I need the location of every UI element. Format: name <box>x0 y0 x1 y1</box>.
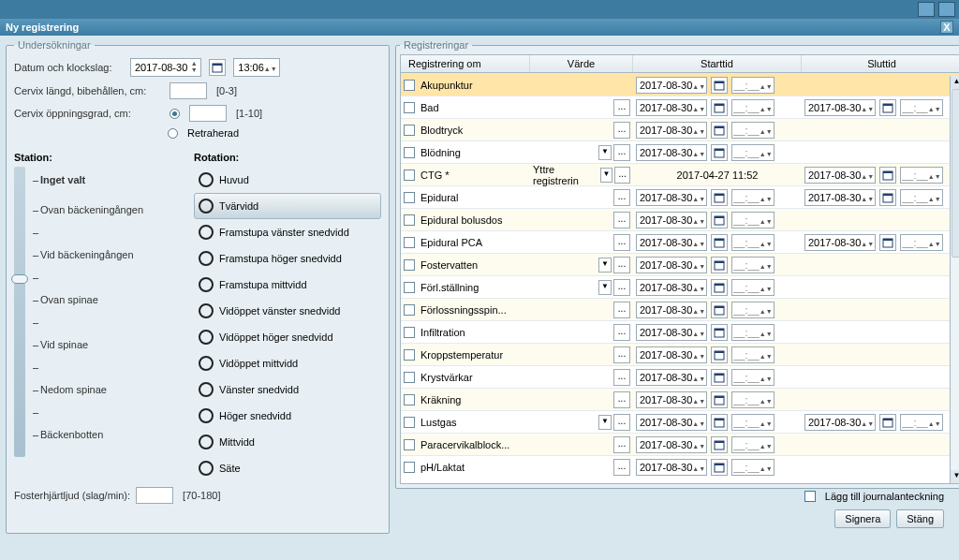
rotation-item[interactable]: Framstupa höger snedvidd <box>194 245 381 272</box>
table-row[interactable]: pH/Laktat...2017-08-30▲▼__:__▲▼ <box>401 455 959 478</box>
calendar-icon[interactable] <box>879 414 896 431</box>
station-item[interactable]: – Ovan bäckeningången <box>33 197 184 223</box>
calendar-icon[interactable] <box>711 279 728 296</box>
date-input[interactable]: 2017-08-30▲▼ <box>636 77 707 94</box>
date-input[interactable]: 2017-08-30▲▼ <box>804 189 876 206</box>
date-input[interactable]: 2017-08-30▲▼ <box>636 391 707 408</box>
table-row[interactable]: Kräkning...2017-08-30▲▼__:__▲▼ <box>401 388 959 410</box>
table-row[interactable]: Lustgas▼...2017-08-30▲▼__:__▲▼2017-08-30… <box>401 410 959 433</box>
time-input[interactable]: __:__▲▼ <box>731 257 774 273</box>
more-button[interactable]: ... <box>613 369 630 386</box>
table-row[interactable]: Epidural bolusdos...2017-08-30▲▼__:__▲▼ <box>401 208 959 230</box>
more-button[interactable]: ... <box>613 189 630 206</box>
row-checkbox[interactable] <box>404 417 415 428</box>
calendar-icon[interactable] <box>711 257 728 273</box>
rotation-item[interactable]: Vidöppet mittvidd <box>194 350 381 376</box>
date-input[interactable]: 2017-08-30▲▼ <box>636 302 707 318</box>
row-checkbox[interactable] <box>404 372 415 383</box>
row-checkbox[interactable] <box>404 102 415 113</box>
station-item[interactable]: – <box>33 406 184 418</box>
calendar-icon[interactable] <box>879 167 896 184</box>
station-item[interactable]: – <box>33 272 184 283</box>
row-checkbox[interactable] <box>404 349 415 361</box>
date-input[interactable]: 2017-08-30▲▼ <box>636 122 707 139</box>
cervix-langd-input[interactable] <box>170 82 207 99</box>
down-icon[interactable]: ▼ <box>189 67 199 74</box>
station-item[interactable]: – Ovan spinae <box>33 287 184 313</box>
calendar-icon[interactable] <box>711 189 728 206</box>
date-input[interactable]: 2017-08-30▲▼ <box>636 144 707 161</box>
more-button[interactable]: ... <box>614 167 630 184</box>
row-checkbox[interactable] <box>404 169 415 181</box>
more-button[interactable]: ... <box>613 257 630 273</box>
station-slider[interactable] <box>14 167 25 457</box>
table-row[interactable]: Bad...2017-08-30▲▼__:__▲▼2017-08-30▲▼__:… <box>401 96 959 118</box>
more-button[interactable]: ... <box>613 459 630 476</box>
table-row[interactable]: Kroppstemperatur...2017-08-30▲▼__:__▲▼ <box>401 343 959 365</box>
time-input[interactable]: __:__▲▼ <box>731 369 774 386</box>
slider-handle[interactable] <box>11 274 28 284</box>
oppning-radio[interactable] <box>170 109 180 119</box>
time-input[interactable]: __:__▲▼ <box>731 414 774 431</box>
time-input[interactable]: __:__▲▼ <box>731 391 774 408</box>
calendar-icon[interactable] <box>711 391 728 408</box>
date-input[interactable]: 2017-08-30▲▼ <box>636 324 707 341</box>
scroll-down-icon[interactable]: ▼ <box>951 470 959 483</box>
more-button[interactable]: ... <box>613 122 630 139</box>
row-checkbox[interactable] <box>404 439 415 450</box>
dropdown-icon[interactable]: ▼ <box>598 258 612 273</box>
more-button[interactable]: ... <box>613 324 630 341</box>
date-input[interactable]: 2017-08-30▲▼ <box>804 167 876 184</box>
calendar-icon[interactable] <box>879 99 896 116</box>
col-varde[interactable]: Värde <box>530 55 633 72</box>
table-row[interactable]: Blödning▼...2017-08-30▲▼__:__▲▼ <box>401 140 959 163</box>
more-button[interactable]: ... <box>613 414 630 431</box>
calendar-icon[interactable] <box>711 77 728 94</box>
more-button[interactable]: ... <box>613 346 630 363</box>
calendar-icon[interactable] <box>711 212 728 228</box>
rotation-item[interactable]: Huvud <box>194 167 381 193</box>
row-checkbox[interactable] <box>404 192 415 203</box>
calendar-icon[interactable] <box>711 414 728 431</box>
time-input[interactable]: __:__▲▼ <box>900 167 942 184</box>
date-input[interactable]: 2017-08-30▲▼ <box>636 279 707 296</box>
row-checkbox[interactable] <box>404 147 415 158</box>
scroll-up-icon[interactable]: ▲ <box>951 76 959 89</box>
station-item[interactable]: – <box>33 227 184 238</box>
row-checkbox[interactable] <box>404 304 415 316</box>
table-row[interactable]: Infiltration...2017-08-30▲▼__:__▲▼ <box>401 320 959 343</box>
date-input[interactable]: 2017-08-30▲▼ <box>636 414 707 431</box>
station-item[interactable]: – Vid bäckeningången <box>33 242 184 268</box>
station-item[interactable]: – <box>33 361 184 373</box>
rotation-item[interactable]: Framstupa vänster snedvidd <box>194 219 381 245</box>
more-button[interactable]: ... <box>613 279 630 296</box>
time-input[interactable]: __:__▲▼ <box>731 459 774 476</box>
calendar-icon[interactable] <box>209 59 226 76</box>
time-input[interactable]: __:__▲▼ <box>731 302 774 318</box>
row-checkbox[interactable] <box>404 237 415 248</box>
row-checkbox[interactable] <box>404 125 415 136</box>
time-input[interactable]: __:__▲▼ <box>731 122 774 139</box>
dropdown-icon[interactable]: ▼ <box>598 280 612 295</box>
time-input[interactable]: __:__▲▼ <box>900 414 942 431</box>
date-input[interactable]: 2017-08-30▲▼ <box>636 346 707 363</box>
time-input[interactable]: __:__▲▼ <box>731 77 774 94</box>
time-input[interactable]: __:__▲▼ <box>731 189 774 206</box>
cervix-oppning-input[interactable] <box>189 105 227 122</box>
calendar-icon[interactable] <box>711 234 728 251</box>
calendar-icon[interactable] <box>711 122 728 139</box>
calendar-icon[interactable] <box>711 144 728 161</box>
station-item[interactable]: – Bäckenbotten <box>33 421 184 448</box>
date-input[interactable]: 2017-08-30▲▼ <box>636 189 707 206</box>
date-input[interactable]: 2017-08-30▲▼ <box>804 99 876 116</box>
more-button[interactable]: ... <box>613 391 630 408</box>
table-scrollbar[interactable]: ▲ ▼ <box>950 76 959 483</box>
date-input[interactable]: 2017-08-30▲▼ <box>636 369 707 386</box>
calendar-icon[interactable] <box>879 189 896 206</box>
signera-button[interactable]: Signera <box>834 509 891 528</box>
date-input[interactable]: 2017-08-30▲▼ <box>804 234 876 251</box>
calendar-icon[interactable] <box>711 302 728 318</box>
calendar-icon[interactable] <box>711 324 728 341</box>
rotation-item[interactable]: Tvärvidd <box>194 193 381 219</box>
time-input[interactable]: __:__▲▼ <box>731 324 774 341</box>
